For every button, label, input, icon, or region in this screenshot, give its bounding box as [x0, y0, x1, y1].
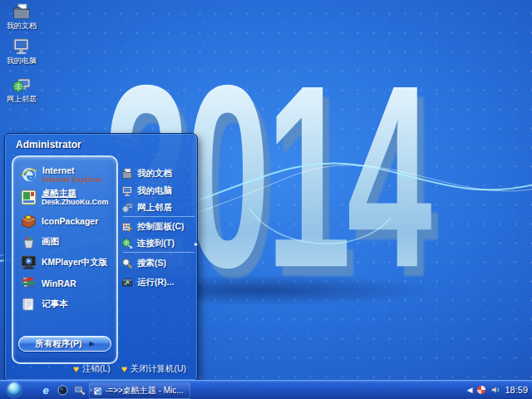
submenu-arrow-icon: ▸	[195, 240, 198, 248]
pinned-item-title: KMPlayer中文版	[42, 257, 107, 268]
ie-icon	[21, 166, 37, 183]
control-panel-icon	[121, 221, 133, 233]
logoff-button[interactable]: ♥ 注销(L)	[73, 363, 111, 375]
place-label: 搜索(S)	[137, 258, 166, 269]
desktop-icon-label: 网上邻居	[2, 95, 41, 103]
start-menu-place-search[interactable]: 搜索(S)	[121, 257, 198, 270]
all-programs-label: 所有程序(P)	[35, 338, 81, 350]
start-menu-separator	[123, 252, 195, 253]
search-icon	[121, 258, 133, 269]
pinned-item-title: Internet	[42, 165, 102, 175]
place-label: 连接到(T)	[137, 238, 175, 249]
pinned-item-title: WinRAR	[42, 278, 76, 288]
all-programs-arrow-icon: ▶	[89, 340, 94, 347]
winrar-icon	[21, 275, 37, 291]
shutdown-label: 关闭计算机(U)	[131, 363, 186, 375]
place-label: 我的电脑	[137, 185, 172, 197]
start-menu-item-notepad[interactable]: 记事本	[21, 296, 113, 312]
start-menu-item-internet[interactable]: Internet Internet Explorer	[21, 165, 113, 184]
start-menu-username: Administrator	[16, 139, 81, 150]
paint-icon	[21, 234, 37, 249]
zhuoku-icon	[21, 190, 37, 205]
pinned-item-title: 记事本	[42, 298, 68, 310]
my-documents-icon	[12, 2, 32, 21]
connect-to-icon	[121, 238, 133, 249]
run-icon	[121, 277, 133, 288]
pinned-item-title: 画图	[42, 236, 59, 248]
start-menu-place-run[interactable]: 运行(R)...	[121, 276, 198, 289]
desktop-icon-my-documents[interactable]: 我的文档	[2, 2, 41, 30]
ie-icon: e	[42, 385, 48, 396]
notepad-icon	[21, 296, 37, 312]
shutdown-button[interactable]: ♥ 关闭计算机(U)	[121, 363, 186, 375]
start-menu-place-my-computer[interactable]: 我的电脑	[121, 185, 198, 198]
start-button[interactable]	[7, 382, 21, 397]
place-label: 网上邻居	[137, 202, 172, 214]
start-menu-separator	[123, 216, 195, 217]
start-menu-place-connect-to[interactable]: 连接到(T) ▸	[121, 237, 198, 250]
pinned-item-title: 桌酷主题	[42, 188, 109, 198]
my-computer-icon	[12, 37, 32, 56]
start-menu-place-control-panel[interactable]: 控制面板(C)	[121, 220, 198, 234]
desktop-icon-label: 我的文档	[2, 22, 41, 30]
quick-launch-bar: e ›	[40, 384, 92, 396]
kmplayer-icon	[21, 254, 37, 270]
network-places-icon	[121, 202, 133, 214]
volume-tray-icon[interactable]	[490, 385, 500, 395]
show-desktop-icon	[74, 385, 85, 396]
pinned-item-subtitle: Internet Explorer	[42, 175, 102, 184]
start-menu: Administrator Internet Internet Explorer…	[4, 133, 198, 381]
quick-launch-media-button[interactable]	[57, 384, 68, 396]
ie-page-icon	[93, 387, 102, 396]
all-programs-button[interactable]: 所有程序(P) ▶	[18, 336, 111, 352]
pinned-item-subtitle: Desk.ZhuoKu.Com	[42, 198, 109, 206]
my-documents-icon	[121, 168, 133, 180]
taskbar-clock[interactable]: 18:59	[505, 385, 528, 395]
start-menu-place-my-documents[interactable]: 我的文档	[121, 167, 198, 180]
place-label: 运行(R)...	[137, 277, 174, 288]
media-player-icon	[57, 385, 68, 396]
start-menu-pinned-panel: Internet Internet Explorer 桌酷主题 Desk.Zhu…	[12, 155, 118, 364]
start-menu-item-iconpackager[interactable]: IconPackager	[21, 213, 113, 229]
task-button-label: -=>>桌酷主题 - Mic...	[106, 385, 184, 397]
start-menu-item-kmplayer[interactable]: KMPlayer中文版	[21, 254, 113, 270]
start-menu-place-network[interactable]: 网上邻居	[121, 201, 198, 214]
antivirus-tray-icon[interactable]	[476, 385, 486, 395]
iconpackager-icon	[21, 213, 37, 229]
tray-collapse-chevron-icon[interactable]: ◀	[467, 387, 473, 394]
desktop-icon-network-places[interactable]: 网上邻居	[2, 76, 41, 103]
start-menu-item-winrar[interactable]: WinRAR	[21, 275, 113, 291]
network-places-icon	[12, 76, 32, 94]
place-label: 我的文档	[137, 168, 172, 180]
my-computer-icon	[121, 185, 133, 197]
desktop-icon-my-computer[interactable]: 我的电脑	[2, 37, 41, 65]
shutdown-icon: ♥	[121, 364, 127, 374]
desktop-icon-label: 我的电脑	[2, 57, 41, 65]
logoff-label: 注销(L)	[82, 363, 111, 375]
place-label: 控制面板(C)	[137, 221, 185, 233]
taskbar: e › -=>>桌酷主题 - Mic... ◀	[0, 380, 532, 399]
start-menu-item-zhuoku-theme[interactable]: 桌酷主题 Desk.ZhuoKu.Com	[21, 188, 113, 206]
quick-launch-show-desktop-button[interactable]	[73, 384, 85, 396]
logoff-icon: ♥	[73, 364, 79, 374]
system-tray: ◀ 18:59	[467, 381, 528, 399]
quick-launch-ie-button[interactable]: e	[40, 384, 52, 396]
start-menu-item-paint[interactable]: 画图	[21, 234, 113, 249]
pinned-item-title: IconPackager	[42, 216, 98, 226]
start-menu-footer: ♥ 注销(L) ♥ 关闭计算机(U)	[5, 360, 197, 377]
taskbar-task-button[interactable]: -=>>桌酷主题 - Mic...	[89, 382, 190, 399]
